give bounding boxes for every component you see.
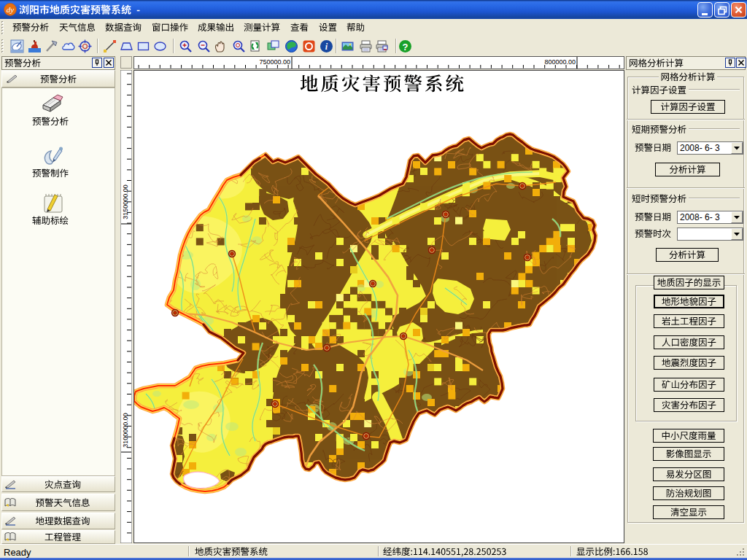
svg-text:dy: dy: [7, 5, 15, 14]
svg-text:?: ?: [403, 42, 409, 52]
